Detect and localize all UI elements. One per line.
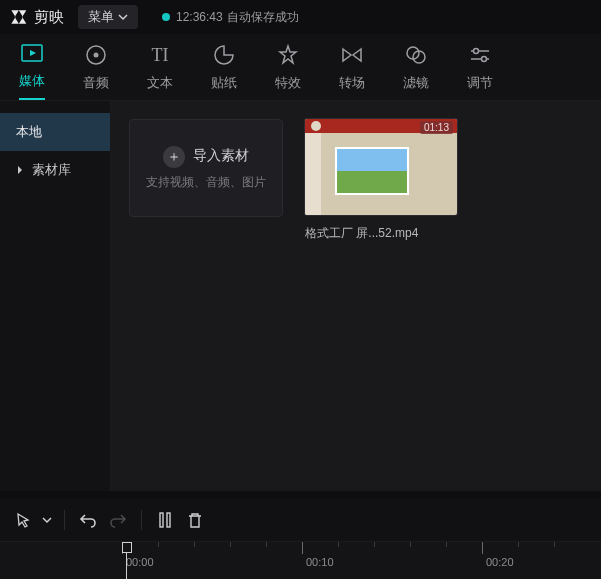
tab-label: 滤镜 xyxy=(403,74,429,100)
chevron-down-icon xyxy=(118,12,128,22)
content-body: 本地 素材库 ＋ 导入素材 支持视频、音频、图片 01:1 xyxy=(0,101,601,491)
chevron-down-icon xyxy=(42,515,52,525)
sidebar-item-label: 素材库 xyxy=(32,161,71,179)
separator xyxy=(141,510,142,530)
text-icon: TI xyxy=(152,42,169,68)
tab-label: 调节 xyxy=(467,74,493,100)
split-icon xyxy=(158,511,172,529)
redo-button[interactable] xyxy=(103,505,133,535)
import-card[interactable]: ＋ 导入素材 支持视频、音频、图片 xyxy=(129,119,283,217)
svg-point-7 xyxy=(474,49,479,54)
sidebar: 本地 素材库 xyxy=(0,101,111,491)
sticker-icon xyxy=(213,42,235,68)
effect-icon xyxy=(277,42,299,68)
tab-label: 转场 xyxy=(339,74,365,100)
status-dot-icon xyxy=(162,13,170,21)
tab-label: 特效 xyxy=(275,74,301,100)
timeline-label: 00:20 xyxy=(486,556,514,568)
tab-label: 媒体 xyxy=(19,72,45,100)
adjust-icon xyxy=(469,42,491,68)
tab-label: 贴纸 xyxy=(211,74,237,100)
separator xyxy=(64,510,65,530)
panel-divider xyxy=(0,491,601,499)
autosave-text: 自动保存成功 xyxy=(227,9,299,26)
menu-label: 菜单 xyxy=(88,8,114,26)
clip-card[interactable]: 01:13 格式工厂 屏...52.mp4 xyxy=(305,119,457,242)
tab-text[interactable]: TI 文本 xyxy=(128,38,192,100)
audio-icon xyxy=(85,42,107,68)
svg-rect-10 xyxy=(167,513,170,527)
timeline-label: 00:10 xyxy=(306,556,334,568)
timeline-toolbar xyxy=(0,499,601,541)
media-panel: ＋ 导入素材 支持视频、音频、图片 01:13 格式工厂 屏...52.mp4 xyxy=(111,101,601,491)
tab-audio[interactable]: 音频 xyxy=(64,38,128,100)
select-tool-dropdown[interactable] xyxy=(38,505,56,535)
redo-icon xyxy=(109,512,127,528)
duration-badge: 01:13 xyxy=(420,121,453,134)
sidebar-item-library[interactable]: 素材库 xyxy=(0,151,110,189)
tab-filter[interactable]: 滤镜 xyxy=(384,38,448,100)
title-bar: 剪映 菜单 12:36:43 自动保存成功 xyxy=(0,0,601,34)
sidebar-item-label: 本地 xyxy=(16,123,42,141)
select-tool-button[interactable] xyxy=(8,505,38,535)
sidebar-item-local[interactable]: 本地 xyxy=(0,113,110,151)
svg-rect-9 xyxy=(160,513,163,527)
svg-point-2 xyxy=(94,53,99,58)
tab-adjust[interactable]: 调节 xyxy=(448,38,512,100)
plus-icon: ＋ xyxy=(163,146,185,168)
autosave-time: 12:36:43 xyxy=(176,10,223,24)
filter-icon xyxy=(404,42,428,68)
delete-button[interactable] xyxy=(180,505,210,535)
tab-label: 音频 xyxy=(83,74,109,100)
trash-icon xyxy=(187,512,203,529)
import-title: 导入素材 xyxy=(193,147,249,165)
tab-transition[interactable]: 转场 xyxy=(320,38,384,100)
app-logo-icon xyxy=(8,7,28,27)
clip-thumbnail[interactable]: 01:13 xyxy=(305,119,457,215)
transition-icon xyxy=(340,42,364,68)
autosave-status: 12:36:43 自动保存成功 xyxy=(162,9,299,26)
timeline-label: 00:00 xyxy=(126,556,154,568)
clip-filename: 格式工厂 屏...52.mp4 xyxy=(305,225,457,242)
tab-sticker[interactable]: 贴纸 xyxy=(192,38,256,100)
app-name: 剪映 xyxy=(34,8,64,27)
undo-button[interactable] xyxy=(73,505,103,535)
chevron-right-icon xyxy=(16,165,24,175)
media-icon xyxy=(20,40,44,66)
tab-media[interactable]: 媒体 xyxy=(0,38,64,100)
menu-button[interactable]: 菜单 xyxy=(78,5,138,29)
playhead-line xyxy=(126,553,127,579)
tab-label: 文本 xyxy=(147,74,173,100)
timeline-ruler[interactable]: 00:00 00:10 00:20 xyxy=(0,541,601,579)
svg-point-8 xyxy=(482,57,487,62)
top-tabs: 媒体 音频 TI 文本 贴纸 特效 转场 滤镜 调节 xyxy=(0,34,601,101)
tab-effect[interactable]: 特效 xyxy=(256,38,320,100)
import-subtitle: 支持视频、音频、图片 xyxy=(146,174,266,191)
undo-icon xyxy=(79,512,97,528)
cursor-icon xyxy=(15,512,31,528)
split-button[interactable] xyxy=(150,505,180,535)
